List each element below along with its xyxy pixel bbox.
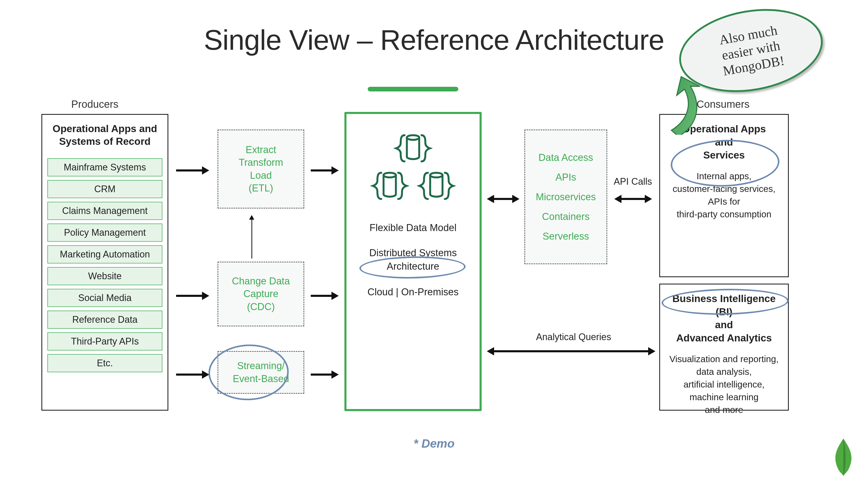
- producer-item: Third-Party APIs: [48, 332, 162, 351]
- flexible-data-model-label: Flexible Data Model: [363, 220, 463, 236]
- arrow-prod-to-cdc: [176, 292, 209, 300]
- demo-footer: * Demo: [0, 436, 868, 451]
- producer-item: Reference Data: [48, 311, 162, 329]
- svg-point-0: [407, 135, 419, 140]
- producers-heading-l2: Systems of Record: [59, 136, 150, 147]
- arrow-central-access: [487, 195, 520, 203]
- consumers-bi-heading: Business Intelligence (BI) and Advanced …: [667, 292, 781, 345]
- cdc-l1: Change Data: [218, 275, 304, 287]
- producer-item: CRM: [48, 180, 162, 198]
- producers-column-label: Producers: [71, 98, 118, 110]
- streaming-box: Streaming/ Event-Based: [218, 351, 304, 394]
- arrow-cdc-to-central: [311, 292, 339, 300]
- label-api-calls: API Calls: [614, 176, 652, 187]
- label-analytical: Analytical Queries: [536, 332, 611, 342]
- producer-item: Website: [48, 267, 162, 285]
- etl-l4: (ETL): [218, 182, 304, 194]
- etl-l2: Transform: [218, 156, 304, 169]
- bubble-text: Also much easier with MongoDB!: [716, 22, 785, 79]
- mongodb-leaf-icon: [832, 438, 855, 477]
- json-icon: [370, 170, 409, 202]
- producer-item: Policy Management: [48, 223, 162, 242]
- etl-box: Extract Transform Load (ETL): [218, 129, 304, 209]
- arrow-central-bi: [487, 347, 655, 356]
- svg-point-2: [430, 173, 442, 178]
- access-l4: Containers: [525, 207, 607, 226]
- cdc-to-etl-arrow: [249, 215, 254, 258]
- arrow-etl-to-central: [311, 166, 339, 175]
- arrow-prod-to-etl: [176, 166, 209, 175]
- consumers-ops-body: Internal apps, customer-facing services,…: [667, 170, 781, 220]
- access-layer-box: Data AccessAPIs Microservices Containers…: [524, 129, 607, 264]
- etl-l1: Extract: [218, 144, 304, 156]
- consumers-bi-box: Business Intelligence (BI) and Advanced …: [659, 284, 789, 410]
- producers-list: Mainframe Systems CRM Claims Management …: [48, 158, 162, 372]
- producer-item: Etc.: [48, 354, 162, 372]
- central-box: Flexible Data Model Distributed Systems …: [344, 112, 482, 411]
- deploy-label: Cloud | On-Premises: [367, 285, 459, 299]
- producer-item: Marketing Automation: [48, 245, 162, 264]
- producers-box: Operational Apps and Systems of Record M…: [41, 114, 168, 410]
- producer-item: Social Media: [48, 289, 162, 307]
- producers-heading: Operational Apps and Systems of Record: [48, 123, 162, 148]
- producer-item: Mainframe Systems: [48, 158, 162, 176]
- consumers-column-label: Consumers: [696, 98, 750, 110]
- central-handle: [368, 87, 458, 91]
- consumers-bi-body: Visualization and reporting, data analys…: [667, 353, 781, 416]
- bubble-note: Also much easier with MongoDB!: [673, 0, 829, 102]
- producers-heading-l1: Operational Apps and: [53, 123, 157, 134]
- cdc-l2: Capture: [218, 287, 304, 300]
- json-icons: [370, 132, 456, 202]
- json-icon: [394, 132, 432, 164]
- cdc-box: Change Data Capture (CDC): [218, 262, 304, 326]
- access-l5: Serverless: [525, 226, 607, 246]
- arrow-access-ops: [614, 195, 652, 203]
- stream-l2: Event-Based: [218, 372, 304, 385]
- distributed-arch-label: Distributed Systems Architecture: [369, 246, 457, 273]
- json-icon: [417, 170, 456, 202]
- arrow-prod-to-stream: [176, 370, 209, 379]
- access-l1: Data AccessAPIs: [525, 148, 607, 187]
- arrow-stream-to-central: [311, 370, 339, 379]
- etl-l3: Load: [218, 169, 304, 182]
- producer-item: Claims Management: [48, 202, 162, 220]
- stream-l1: Streaming/: [218, 360, 304, 372]
- consumers-ops-box: Operational Apps and Services Internal a…: [659, 114, 789, 277]
- cdc-l3: (CDC): [218, 301, 304, 313]
- access-l3: Microservices: [525, 187, 607, 207]
- consumers-ops-heading: Operational Apps and Services: [667, 123, 781, 162]
- svg-point-1: [383, 173, 396, 178]
